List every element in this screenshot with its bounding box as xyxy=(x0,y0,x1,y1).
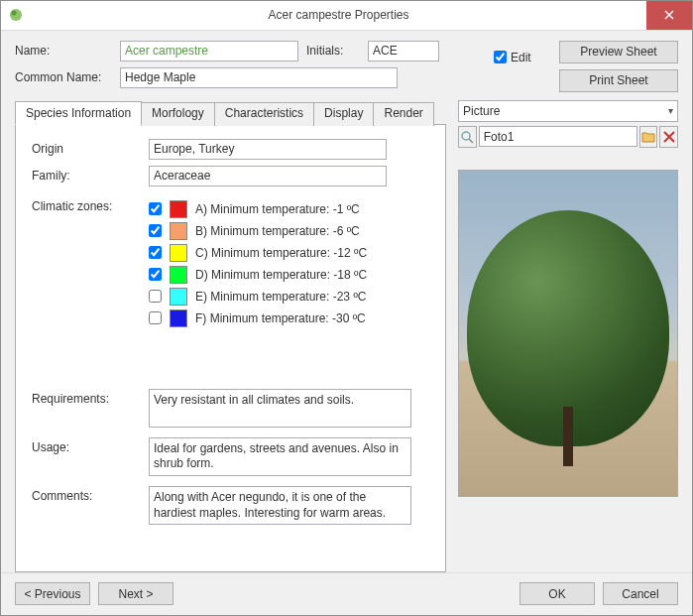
search-icon xyxy=(460,130,474,144)
common-name-input[interactable] xyxy=(120,67,398,88)
zone-checkbox[interactable] xyxy=(149,311,162,324)
search-picture-button[interactable] xyxy=(458,126,477,148)
family-label: Family: xyxy=(32,166,141,183)
svg-line-3 xyxy=(469,139,473,143)
tab-species-information[interactable]: Species Information xyxy=(15,101,142,125)
app-icon xyxy=(1,7,31,23)
next-button[interactable]: Next > xyxy=(98,582,173,605)
picture-dropdown-label: Picture xyxy=(463,104,500,118)
comments-label: Comments: xyxy=(32,486,141,503)
name-input[interactable] xyxy=(120,41,298,62)
svg-point-0 xyxy=(10,9,22,21)
previous-button[interactable]: < Previous xyxy=(15,582,90,605)
svg-point-2 xyxy=(462,132,470,140)
zone-color-swatch xyxy=(170,244,187,262)
climatic-zone-row: B) Minimum temperature: -6 ºC xyxy=(149,222,367,240)
zone-label: D) Minimum temperature: -18 ºC xyxy=(195,268,367,282)
zone-label: B) Minimum temperature: -6 ºC xyxy=(195,224,360,238)
comments-input[interactable] xyxy=(149,486,411,525)
zone-checkbox[interactable] xyxy=(149,246,162,259)
tab-morfology[interactable]: Morfology xyxy=(141,102,215,126)
zone-color-swatch xyxy=(170,309,187,327)
tab-characteristics[interactable]: Characteristics xyxy=(214,102,314,126)
properties-dialog: Acer campestre Properties Name: Initials… xyxy=(0,0,693,616)
tab-render[interactable]: Render xyxy=(373,102,433,126)
zone-color-swatch xyxy=(170,266,187,284)
delete-icon xyxy=(663,131,675,143)
zone-label: A) Minimum temperature: -1 ºC xyxy=(195,202,360,216)
zone-checkbox[interactable] xyxy=(149,290,162,303)
picture-name-input[interactable] xyxy=(479,126,637,147)
svg-point-1 xyxy=(12,11,17,16)
browse-picture-button[interactable] xyxy=(639,126,658,148)
climatic-zone-row: D) Minimum temperature: -18 ºC xyxy=(149,266,367,284)
edit-checkbox[interactable] xyxy=(494,51,507,63)
window-title: Acer campestre Properties xyxy=(31,8,646,22)
picture-dropdown[interactable]: Picture ▾ xyxy=(458,100,678,122)
edit-checkbox-wrap[interactable]: Edit xyxy=(494,51,531,64)
zone-color-swatch xyxy=(170,222,187,240)
ok-button[interactable]: OK xyxy=(520,582,595,605)
tab-strip: Species Information Morfology Characteri… xyxy=(15,100,446,124)
origin-input[interactable] xyxy=(149,139,387,160)
zone-color-swatch xyxy=(170,288,187,306)
cancel-button[interactable]: Cancel xyxy=(603,582,678,605)
climatic-zone-row: E) Minimum temperature: -23 ºC xyxy=(149,288,367,306)
family-input[interactable] xyxy=(149,166,387,186)
climatic-zone-row: F) Minimum temperature: -30 ºC xyxy=(149,309,367,327)
climatic-zone-row: A) Minimum temperature: -1 ºC xyxy=(149,200,367,218)
requirements-input[interactable] xyxy=(149,389,411,428)
usage-label: Usage: xyxy=(32,437,141,454)
zone-checkbox[interactable] xyxy=(149,202,162,215)
close-button[interactable] xyxy=(646,1,692,30)
preview-sheet-button[interactable]: Preview Sheet xyxy=(559,41,678,63)
print-sheet-button[interactable]: Print Sheet xyxy=(559,69,678,92)
tab-content: Origin Family: Climatic zones: A) Minimu… xyxy=(15,124,446,572)
tab-display[interactable]: Display xyxy=(313,102,374,126)
common-name-label: Common Name: xyxy=(15,70,112,84)
dialog-footer: < Previous Next > OK Cancel xyxy=(1,572,692,615)
origin-label: Origin xyxy=(32,139,141,156)
zone-label: E) Minimum temperature: -23 ºC xyxy=(195,290,366,304)
requirements-label: Requirements: xyxy=(32,389,141,406)
climatic-zones-label: Climatic zones: xyxy=(32,196,141,213)
picture-preview xyxy=(458,170,678,497)
usage-input[interactable] xyxy=(149,437,411,476)
edit-checkbox-label: Edit xyxy=(511,51,531,64)
initials-input[interactable] xyxy=(368,41,439,62)
zone-checkbox[interactable] xyxy=(149,268,162,281)
climatic-zones-list: A) Minimum temperature: -1 ºCB) Minimum … xyxy=(149,200,367,331)
initials-label: Initials: xyxy=(306,44,360,58)
titlebar: Acer campestre Properties xyxy=(1,1,692,31)
zone-checkbox[interactable] xyxy=(149,224,162,237)
folder-icon xyxy=(641,131,655,143)
chevron-down-icon: ▾ xyxy=(668,105,673,116)
climatic-zone-row: C) Minimum temperature: -12 ºC xyxy=(149,244,367,262)
delete-picture-button[interactable] xyxy=(659,126,678,148)
zone-label: C) Minimum temperature: -12 ºC xyxy=(195,246,367,260)
zone-label: F) Minimum temperature: -30 ºC xyxy=(195,311,366,325)
zone-color-swatch xyxy=(170,200,187,218)
name-label: Name: xyxy=(15,44,112,58)
